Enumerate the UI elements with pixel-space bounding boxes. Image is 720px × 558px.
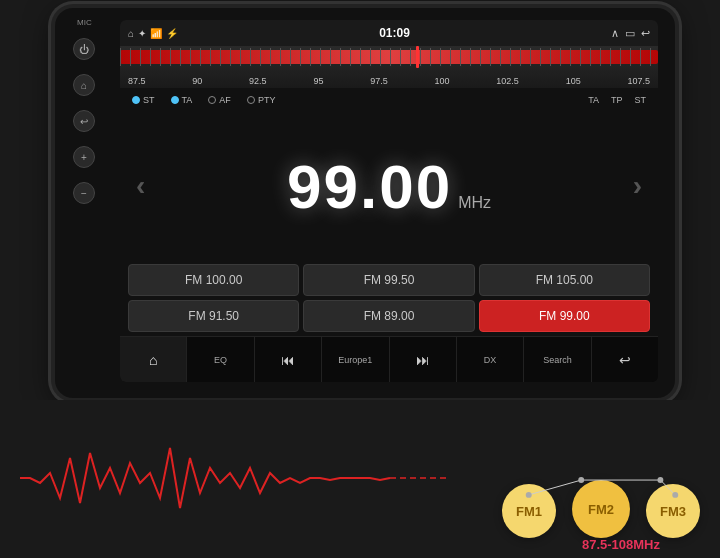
ta-right-label: TA [588, 95, 599, 105]
freq-prev-button[interactable]: ‹ [136, 170, 145, 202]
freq-unit: MHz [458, 194, 491, 212]
status-right: ∧ ▭ ↩ [611, 27, 650, 40]
freq-range-label: 87.5-108MHz [582, 537, 660, 552]
af-control[interactable]: AF [208, 95, 231, 105]
tp-right-label: TP [611, 95, 623, 105]
home-toolbar-icon: ⌂ [149, 352, 157, 368]
st-dot [132, 96, 140, 104]
device-shell: MIC RST ⏻ ⌂ ↩ + − ⌂ ✦ 📶 ⚡ 01:09 ∧ ▭ ↩ [55, 8, 675, 398]
freq-labels: 87.5 90 92.5 95 97.5 100 102.5 105 107.5 [120, 76, 658, 86]
frequency-display-area: ‹ 99.00 MHz › [120, 112, 658, 260]
preset-2[interactable]: FM 99.50 [303, 264, 474, 296]
back-toolbar-button[interactable]: ↩ [592, 337, 658, 382]
power-button[interactable]: ⏻ [73, 38, 95, 60]
freq-display: 99.00 MHz [287, 151, 491, 222]
bottom-toolbar: ⌂ EQ ⏮ Europe1 ⏭ DX Search ↩ [120, 336, 658, 382]
af-dot [208, 96, 216, 104]
wifi-icon: 📶 [150, 28, 162, 39]
freq-ruler [120, 48, 658, 66]
svg-point-7 [672, 492, 678, 498]
next-track-button[interactable]: ⏭ [390, 337, 457, 382]
svg-line-1 [529, 480, 581, 495]
eq-button[interactable]: EQ [187, 337, 254, 382]
frequency-bar[interactable]: 87.5 90 92.5 95 97.5 100 102.5 105 107.5 [120, 46, 658, 88]
home-side-button[interactable]: ⌂ [73, 74, 95, 96]
svg-point-5 [578, 477, 584, 483]
europe1-button[interactable]: Europe1 [322, 337, 389, 382]
svg-line-3 [660, 480, 675, 495]
bottom-section: FM1 FM2 FM3 87.5-108MHz [0, 400, 720, 558]
preset-4[interactable]: FM 91.50 [128, 300, 299, 332]
mic-label: MIC [77, 18, 92, 27]
home-status-icon: ⌂ [128, 28, 134, 39]
status-left: ⌂ ✦ 📶 ⚡ [128, 28, 178, 39]
status-bar: ⌂ ✦ 📶 ⚡ 01:09 ∧ ▭ ↩ [120, 20, 658, 46]
radio-controls: ST TA AF PTY TA TP ST [120, 88, 658, 112]
back-toolbar-icon: ↩ [619, 352, 631, 368]
preset-6[interactable]: FM 99.00 [479, 300, 650, 332]
vol-down-button[interactable]: − [73, 182, 95, 204]
dx-button[interactable]: DX [457, 337, 524, 382]
next-icon: ⏭ [416, 352, 430, 368]
ta-label: TA [182, 95, 193, 105]
vol-up-button[interactable]: + [73, 146, 95, 168]
status-time: 01:09 [379, 26, 410, 40]
svg-point-4 [526, 492, 532, 498]
st-label: ST [143, 95, 155, 105]
window-icon: ▭ [625, 27, 635, 40]
settings-status-icon: ✦ [138, 28, 146, 39]
ta-control[interactable]: TA [171, 95, 193, 105]
search-label: Search [543, 355, 572, 365]
side-buttons: ⏻ ⌂ ↩ + − [73, 38, 95, 204]
svg-point-6 [657, 477, 663, 483]
preset-1[interactable]: FM 100.00 [128, 264, 299, 296]
fm-connect-lines [502, 470, 700, 500]
eq-label: EQ [214, 355, 227, 365]
screen: ⌂ ✦ 📶 ⚡ 01:09 ∧ ▭ ↩ 87.5 90 92.5 95 97.5 [120, 20, 658, 382]
preset-5[interactable]: FM 89.00 [303, 300, 474, 332]
chevron-up-icon: ∧ [611, 27, 619, 40]
preset-3[interactable]: FM 105.00 [479, 264, 650, 296]
pty-dot [247, 96, 255, 104]
fm-badges: FM1 FM2 FM3 [502, 480, 700, 538]
af-label: AF [219, 95, 231, 105]
home-toolbar-button[interactable]: ⌂ [120, 337, 187, 382]
dx-label: DX [484, 355, 497, 365]
back-side-button[interactable]: ↩ [73, 110, 95, 132]
waveform [20, 428, 450, 528]
st-control[interactable]: ST [132, 95, 155, 105]
search-button[interactable]: Search [524, 337, 591, 382]
prev-icon: ⏮ [281, 352, 295, 368]
ta-dot [171, 96, 179, 104]
europe1-label: Europe1 [338, 355, 372, 365]
back-icon: ↩ [641, 27, 650, 40]
presets-grid: FM 100.00 FM 99.50 FM 105.00 FM 91.50 FM… [120, 260, 658, 336]
freq-indicator [416, 46, 419, 68]
freq-next-button[interactable]: › [633, 170, 642, 202]
radio-ctrl-right: TA TP ST [588, 95, 646, 105]
pty-control[interactable]: PTY [247, 95, 276, 105]
current-frequency: 99.00 [287, 151, 452, 222]
bt-icon: ⚡ [166, 28, 178, 39]
st-right-label: ST [634, 95, 646, 105]
prev-track-button[interactable]: ⏮ [255, 337, 322, 382]
pty-label: PTY [258, 95, 276, 105]
